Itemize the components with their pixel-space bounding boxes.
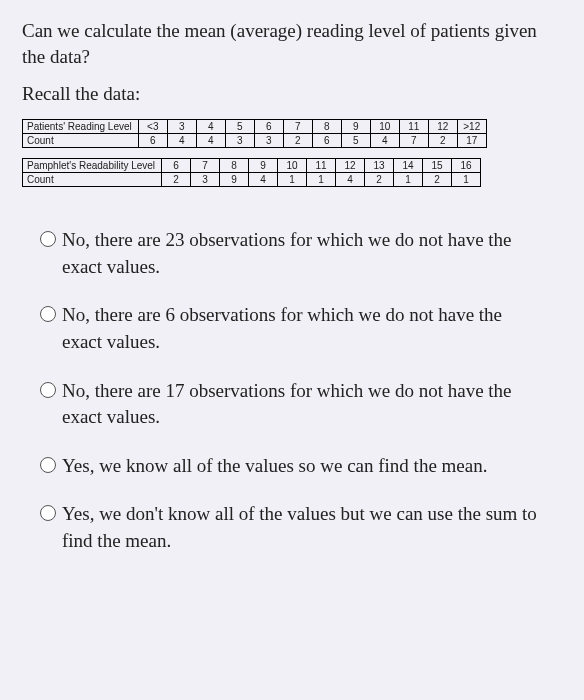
option-5[interactable]: Yes, we don't know all of the values but… (40, 501, 544, 554)
cell: 2 (162, 173, 191, 187)
option-text: No, there are 6 observations for which w… (62, 302, 544, 355)
cell: 12 (428, 120, 457, 134)
cell: 3 (225, 134, 254, 148)
option-text: Yes, we know all of the values so we can… (62, 453, 487, 480)
cell: 6 (162, 159, 191, 173)
cell: 7 (283, 120, 312, 134)
question-page: Can we calculate the mean (average) read… (0, 0, 584, 700)
radio-icon[interactable] (40, 505, 56, 521)
patients-reading-table: Patients' Reading Level <3 3 4 5 6 7 8 9… (22, 119, 487, 148)
cell: 1 (307, 173, 336, 187)
option-text: No, there are 17 observations for which … (62, 378, 544, 431)
cell: 4 (370, 134, 399, 148)
cell: 4 (167, 134, 196, 148)
cell: 2 (423, 173, 452, 187)
option-2[interactable]: No, there are 6 observations for which w… (40, 302, 544, 355)
option-4[interactable]: Yes, we know all of the values so we can… (40, 453, 544, 480)
cell: 3 (167, 120, 196, 134)
cell: 4 (336, 173, 365, 187)
cell: 4 (249, 173, 278, 187)
cell: 6 (254, 120, 283, 134)
cell: 15 (423, 159, 452, 173)
cell: 3 (191, 173, 220, 187)
table-row: Count 6 4 4 3 3 2 6 5 4 7 2 17 (23, 134, 487, 148)
cell: 2 (428, 134, 457, 148)
row-label: Patients' Reading Level (23, 120, 139, 134)
cell: 7 (191, 159, 220, 173)
cell: <3 (138, 120, 167, 134)
radio-icon[interactable] (40, 457, 56, 473)
data-tables: Patients' Reading Level <3 3 4 5 6 7 8 9… (22, 119, 562, 187)
question-text: Can we calculate the mean (average) read… (22, 18, 562, 69)
radio-icon[interactable] (40, 231, 56, 247)
cell: 9 (220, 173, 249, 187)
recall-text: Recall the data: (22, 83, 562, 105)
cell: 11 (307, 159, 336, 173)
cell: 1 (278, 173, 307, 187)
cell: 2 (365, 173, 394, 187)
radio-icon[interactable] (40, 306, 56, 322)
pamphlet-readability-table: Pamphlet's Readability Level 6 7 8 9 10 … (22, 158, 481, 187)
cell: 10 (370, 120, 399, 134)
cell: 8 (312, 120, 341, 134)
table-row: Pamphlet's Readability Level 6 7 8 9 10 … (23, 159, 481, 173)
table-row: Count 2 3 9 4 1 1 4 2 1 2 1 (23, 173, 481, 187)
table-row: Patients' Reading Level <3 3 4 5 6 7 8 9… (23, 120, 487, 134)
cell: 8 (220, 159, 249, 173)
cell: 16 (452, 159, 481, 173)
cell: 12 (336, 159, 365, 173)
cell: 2 (283, 134, 312, 148)
cell: 11 (399, 120, 428, 134)
option-1[interactable]: No, there are 23 observations for which … (40, 227, 544, 280)
cell: 1 (394, 173, 423, 187)
cell: 17 (457, 134, 486, 148)
cell: 5 (225, 120, 254, 134)
cell: >12 (457, 120, 486, 134)
row-label: Pamphlet's Readability Level (23, 159, 162, 173)
cell: 3 (254, 134, 283, 148)
cell: 4 (196, 134, 225, 148)
option-3[interactable]: No, there are 17 observations for which … (40, 378, 544, 431)
cell: 4 (196, 120, 225, 134)
cell: 9 (341, 120, 370, 134)
cell: 6 (138, 134, 167, 148)
cell: 10 (278, 159, 307, 173)
cell: 14 (394, 159, 423, 173)
cell: 5 (341, 134, 370, 148)
cell: 6 (312, 134, 341, 148)
cell: 13 (365, 159, 394, 173)
row-label: Count (23, 173, 162, 187)
cell: 9 (249, 159, 278, 173)
radio-icon[interactable] (40, 382, 56, 398)
option-text: No, there are 23 observations for which … (62, 227, 544, 280)
answer-options: No, there are 23 observations for which … (22, 227, 562, 554)
cell: 7 (399, 134, 428, 148)
option-text: Yes, we don't know all of the values but… (62, 501, 544, 554)
cell: 1 (452, 173, 481, 187)
row-label: Count (23, 134, 139, 148)
